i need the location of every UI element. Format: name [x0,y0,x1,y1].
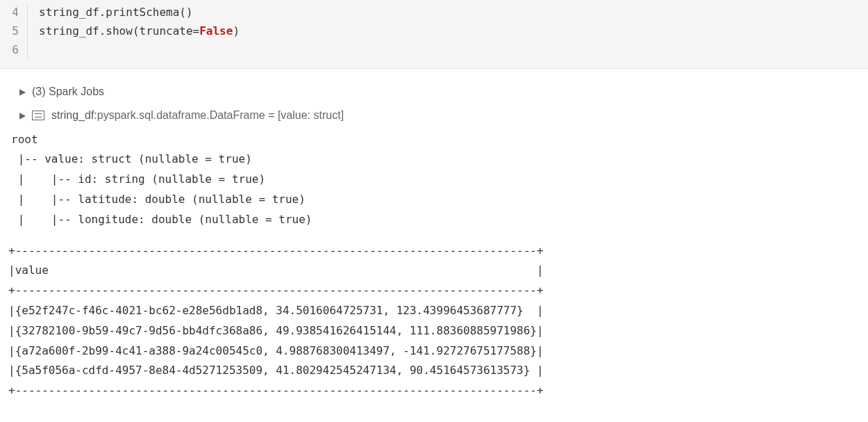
code-line[interactable]: 5string_df.show(truncate=False) [0,22,868,40]
dataframe-type: pyspark.sql.dataframe.DataFrame = [value… [97,109,344,122]
code-content[interactable]: string_df.show(truncate=False) [39,22,240,40]
code-editor[interactable]: 4string_df.printSchema()5string_df.show(… [0,0,868,69]
expand-arrow-icon: ▶ [19,111,26,120]
table-icon [32,111,44,120]
table-output: +---------------------------------------… [6,233,862,404]
dataframe-row[interactable]: ▶ string_df: pyspark.sql.dataframe.DataF… [6,104,862,127]
schema-output: root |-- value: struct (nullable = true)… [6,127,862,233]
code-line[interactable]: 6 [0,40,868,59]
line-number: 6 [0,40,28,59]
code-line[interactable]: 4string_df.printSchema() [0,3,868,22]
output-section: ▶ (3) Spark Jobs ▶ string_df: pyspark.sq… [0,69,868,415]
spark-jobs-row[interactable]: ▶ (3) Spark Jobs [6,80,862,104]
expand-arrow-icon: ▶ [19,87,26,97]
dataframe-name: string_df: [51,109,97,122]
code-content[interactable]: string_df.printSchema() [39,3,193,22]
spark-jobs-label: (3) Spark Jobs [32,86,104,98]
line-number: 5 [0,22,28,40]
line-number: 4 [0,3,28,22]
